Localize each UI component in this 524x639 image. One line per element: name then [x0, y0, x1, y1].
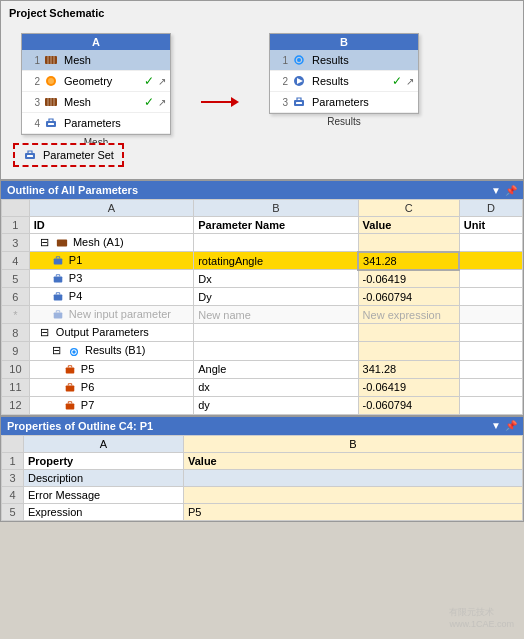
- svg-point-26: [72, 350, 75, 353]
- box-a-row-1[interactable]: 1 Mesh: [22, 50, 170, 71]
- box-b-row-3[interactable]: 3 Parameters: [270, 92, 418, 113]
- project-schematic: Project Schematic A 1 Mesh 2: [0, 0, 524, 180]
- row-p7-param: dy: [194, 396, 358, 414]
- svg-rect-23: [54, 295, 63, 301]
- outline-title: Outline of All Parameters: [7, 184, 138, 196]
- row-p6: P6: [29, 378, 193, 396]
- box-b-row-3-label: Parameters: [312, 96, 414, 108]
- row-p5: P5: [29, 360, 193, 378]
- row-p3-value: -0.06419: [358, 270, 459, 288]
- outline-col-headers: A B C D: [2, 200, 523, 217]
- arrow-3a: ↗: [158, 97, 166, 108]
- outline-section: Outline of All Parameters ▼ 📌 A B C D: [0, 180, 524, 416]
- box-a-row-2[interactable]: 2 Geometry ✓ ↗: [22, 71, 170, 92]
- box-a-row-4[interactable]: 4 Parameters: [22, 113, 170, 134]
- props-property-label: Property: [24, 452, 184, 469]
- row-p1-param: rotatingAngle: [194, 252, 358, 270]
- row-param-name-label: Parameter Name: [194, 217, 358, 234]
- box-b-row-2[interactable]: 2 Results ✓ ↗: [270, 71, 418, 92]
- row-p3-unit: [459, 270, 522, 288]
- props-col-header-num: [2, 435, 24, 452]
- watermark: 有限元技术www.1CAE.com: [449, 606, 514, 629]
- table-row[interactable]: 3 ⊟ Mesh (A1): [2, 234, 523, 252]
- row-p4-unit: [459, 288, 522, 306]
- table-row[interactable]: 5 P3 Dx -0.06419: [2, 270, 523, 288]
- table-row[interactable]: 12 P7 dy -0.060794: [2, 396, 523, 414]
- svg-rect-24: [54, 313, 63, 319]
- svg-rect-21: [54, 259, 63, 265]
- table-row[interactable]: * New input parameter New name New expre…: [2, 306, 523, 324]
- svg-rect-28: [66, 385, 75, 391]
- row-results-b1: ⊟ Results (B1): [29, 342, 193, 360]
- table-row[interactable]: 9 ⊟ Results (B1): [2, 342, 523, 360]
- param-set-icon: [23, 148, 37, 162]
- row-p4-param: Dy: [194, 288, 358, 306]
- table-row[interactable]: 10 P5 Angle 341.28: [2, 360, 523, 378]
- svg-point-5: [48, 78, 54, 84]
- table-row[interactable]: 11 P6 dx -0.06419: [2, 378, 523, 396]
- svg-rect-19: [27, 155, 33, 157]
- row-p5-param: Angle: [194, 360, 358, 378]
- row-p1-unit: [459, 252, 522, 270]
- row-id-label: ID: [29, 217, 193, 234]
- svg-rect-11: [48, 123, 54, 125]
- mesh-icon-3: [44, 94, 60, 110]
- row-p7-value: -0.060794: [358, 396, 459, 414]
- svg-rect-29: [66, 403, 75, 409]
- row-p3: P3: [29, 270, 193, 288]
- props-error-label: Error Message: [24, 486, 184, 503]
- outline-triangle-btn[interactable]: ▼: [491, 185, 501, 196]
- svg-rect-27: [66, 367, 75, 373]
- row-p3-param: Dx: [194, 270, 358, 288]
- box-a-row-4-label: Parameters: [64, 117, 166, 129]
- properties-section: Properties of Outline C4: P1 ▼ 📌 A B 1 P…: [0, 416, 524, 522]
- box-a-row-3[interactable]: 3 Mesh ✓ ↗: [22, 92, 170, 113]
- box-b-row-1-label: Results: [312, 54, 414, 66]
- props-row-num: 3: [2, 469, 24, 486]
- properties-pin-btn[interactable]: 📌: [505, 420, 517, 431]
- box-a-row-3-label: Mesh: [64, 96, 140, 108]
- row-num: 9: [2, 342, 30, 360]
- col-header-d: D: [459, 200, 522, 217]
- props-row[interactable]: 4 Error Message: [2, 486, 523, 503]
- outline-actions: ▼ 📌: [491, 185, 517, 196]
- props-description-value: [184, 469, 523, 486]
- table-row[interactable]: 4 P1 rotatingAngle 341.28: [2, 252, 523, 270]
- table-row[interactable]: 8 ⊟ Output Parameters: [2, 324, 523, 342]
- col-header-b: B: [194, 200, 358, 217]
- schematic-box-b-container: B 1 Results 2 Results ✓ ↗: [269, 33, 419, 150]
- props-value-label: Value: [184, 452, 523, 469]
- row-p6-value: -0.06419: [358, 378, 459, 396]
- box-a-row-2-label: Geometry: [64, 75, 140, 87]
- col-header-num: [2, 200, 30, 217]
- param-set-label: Parameter Set: [43, 149, 114, 161]
- properties-table: A B 1 Property Value 3 Description 4 Err…: [1, 435, 523, 521]
- col-header-c: C: [358, 200, 459, 217]
- schematic-box-b: B 1 Results 2 Results ✓ ↗: [269, 33, 419, 114]
- props-row-num: 5: [2, 503, 24, 520]
- row-p7: P7: [29, 396, 193, 414]
- arrow-2a: ↗: [158, 76, 166, 87]
- properties-triangle-btn[interactable]: ▼: [491, 420, 501, 431]
- geometry-icon: [44, 73, 60, 89]
- props-expression-value: P5: [184, 503, 523, 520]
- box-b-row-1[interactable]: 1 Results: [270, 50, 418, 71]
- row-p1: P1: [29, 252, 193, 270]
- mesh-icon-1: [44, 52, 60, 68]
- check-3a: ✓: [144, 95, 154, 109]
- table-row[interactable]: 1 ID Parameter Name Value Unit: [2, 217, 523, 234]
- parameter-set-box[interactable]: Parameter Set: [13, 143, 124, 167]
- outline-pin-btn[interactable]: 📌: [505, 185, 517, 196]
- props-row[interactable]: 1 Property Value: [2, 452, 523, 469]
- row-unit-label: Unit: [459, 217, 522, 234]
- param-icon-a4: [44, 115, 60, 131]
- props-row[interactable]: 3 Description: [2, 469, 523, 486]
- svg-rect-20: [57, 240, 67, 247]
- props-col-headers: A B: [2, 435, 523, 452]
- row-num: 12: [2, 396, 30, 414]
- row-new-name: New name: [194, 306, 358, 324]
- table-row[interactable]: 6 P4 Dy -0.060794: [2, 288, 523, 306]
- props-row[interactable]: 5 Expression P5: [2, 503, 523, 520]
- props-description-label: Description: [24, 469, 184, 486]
- svg-point-13: [297, 58, 301, 62]
